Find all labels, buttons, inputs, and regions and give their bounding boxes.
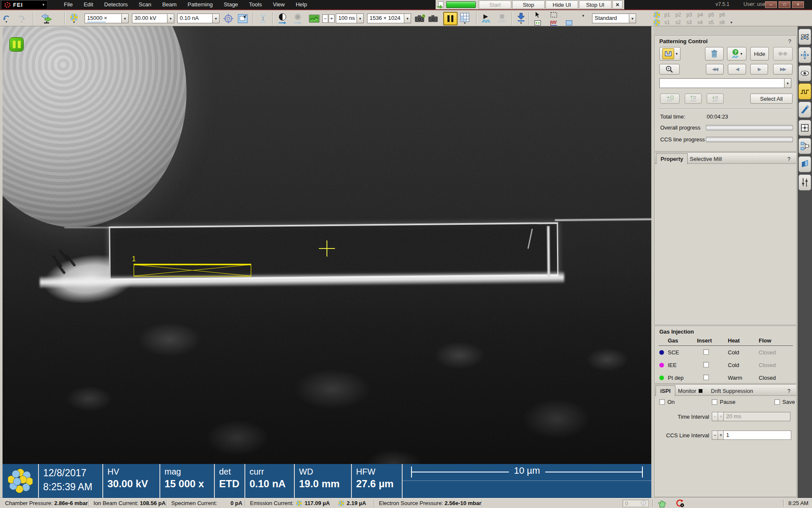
auto-focus-button[interactable] (293, 11, 303, 26)
on-checkbox[interactable] (659, 399, 665, 405)
preset-s5[interactable]: s5 (708, 19, 715, 25)
time-interval-decrease[interactable]: − (712, 412, 718, 421)
snapshot-timed-button[interactable] (414, 11, 425, 26)
adjustments-button[interactable] (798, 174, 811, 190)
auto-contrast-button[interactable] (277, 11, 288, 26)
help-icon[interactable]: ? (783, 154, 795, 164)
last-pattern-button[interactable]: ▶▶ (773, 64, 793, 75)
snapshot-button[interactable] (428, 11, 439, 26)
beam-shift-reset-button[interactable] (223, 11, 233, 26)
chevron-down-icon[interactable] (121, 14, 129, 23)
sem-image-viewport[interactable]: 1 (3, 26, 651, 464)
magnification-combo[interactable]: 15000 × (85, 14, 129, 23)
next-pattern-button[interactable]: ▶ (750, 64, 768, 75)
minimize-button[interactable]: – (765, 1, 777, 8)
move-pattern-down-button[interactable] (707, 94, 724, 104)
refresh-indicator[interactable] (675, 499, 685, 508)
tab-drift-suppression[interactable]: Drift Suppression (707, 386, 757, 396)
menu-stage[interactable]: Stage (218, 0, 244, 9)
patterning-module-button[interactable] (798, 83, 811, 99)
ccs-interval-decrease[interactable]: − (712, 431, 718, 440)
touch-alarm-indicator[interactable] (657, 499, 667, 508)
chevron-down-icon[interactable] (629, 14, 636, 23)
tab-ispi[interactable]: iSPI (656, 385, 675, 396)
zoom-pattern-button[interactable] (659, 64, 680, 75)
export-page-icon[interactable] (437, 1, 444, 8)
filled-rect-button[interactable] (565, 19, 573, 26)
chevron-down-icon[interactable] (212, 14, 219, 23)
gas-insert-checkbox[interactable] (703, 375, 709, 380)
tab-selective-mill[interactable]: Selective Mill (686, 154, 726, 164)
preset-p1[interactable]: p1 (664, 12, 671, 18)
preset-s4[interactable]: s4 (697, 19, 704, 25)
gis-module-button[interactable] (798, 102, 811, 118)
previous-pattern-button[interactable]: ◀ (728, 64, 746, 75)
chevron-down-icon[interactable] (404, 14, 411, 23)
selection-tool-button[interactable] (550, 11, 557, 18)
chevron-down-icon[interactable] (357, 14, 364, 23)
preset-s3[interactable]: s3 (686, 19, 693, 25)
menu-view[interactable]: View (267, 0, 290, 9)
start-button[interactable]: Start (479, 0, 511, 9)
tab-property[interactable]: Property (656, 153, 688, 164)
beam-control-button[interactable] (798, 29, 811, 45)
tab-monitor[interactable]: Monitor (674, 386, 707, 396)
pointer-tool-button[interactable] (534, 11, 541, 18)
message-counter[interactable]: 0 i (623, 500, 649, 507)
close-run-button[interactable]: × (612, 0, 623, 9)
link-patterns-button[interactable] (773, 47, 793, 61)
scan-rotation-button[interactable] (534, 19, 541, 26)
menu-detectors[interactable]: Detectors (99, 0, 133, 9)
menu-help[interactable]: Help (290, 0, 313, 9)
patterning-start-button[interactable] (481, 11, 491, 26)
chevron-down-icon[interactable]: ▾ (730, 20, 732, 25)
hide-patterns-button[interactable]: Hide (750, 47, 769, 61)
gis-insert-button[interactable]: ▾ (517, 11, 525, 26)
beam-select-button[interactable]: ▾ (70, 11, 78, 26)
multi-pattern-button[interactable] (550, 19, 557, 26)
time-interval-field[interactable]: 20 ms (723, 412, 790, 421)
videoscope-button[interactable] (309, 11, 320, 26)
dwell-decrease-button[interactable]: − (322, 14, 328, 23)
patterning-stop-button[interactable] (497, 11, 507, 26)
milling-pattern-1[interactable]: 1 (129, 253, 256, 280)
dwell-time-combo[interactable]: 100 ns (336, 14, 364, 23)
pages-button[interactable] (798, 156, 811, 172)
pause-checkbox[interactable] (712, 399, 717, 405)
beam-weight-button[interactable] (258, 11, 268, 26)
help-icon[interactable]: ? (788, 38, 791, 44)
resolution-combo[interactable]: 1536 × 1024 (367, 14, 411, 23)
navigation-button[interactable] (798, 47, 811, 63)
menu-scan[interactable]: Scan (133, 0, 157, 9)
pattern-help-button[interactable]: ? ▾ (727, 47, 746, 61)
preset-p4[interactable]: p4 (697, 12, 704, 18)
delete-pattern-button[interactable] (705, 47, 724, 61)
beam-current-combo[interactable]: 0.10 nA (177, 14, 219, 23)
undo-button[interactable]: ▾ (3, 11, 10, 26)
chevron-down-icon[interactable] (784, 78, 791, 88)
serial-patterning-button[interactable] (660, 94, 680, 104)
stop-ui-button[interactable]: Stop UI (579, 0, 612, 9)
quad-view-button[interactable]: ▾ (460, 11, 469, 26)
pattern-type-button[interactable]: ▾ (659, 47, 680, 61)
gas-insert-checkbox[interactable] (703, 362, 709, 367)
beam-swap-button[interactable] (40, 11, 53, 26)
menu-file[interactable]: File (58, 0, 78, 9)
menu-patterning[interactable]: Patterning (182, 0, 218, 9)
pattern-select-combo[interactable] (659, 78, 791, 88)
voltage-combo[interactable]: 30.00 kV (132, 14, 174, 23)
menu-tools[interactable]: Tools (244, 0, 267, 9)
preset-s1[interactable]: s1 (664, 19, 671, 25)
hide-ui-button[interactable]: Hide UI (546, 0, 578, 9)
alignment-button[interactable] (798, 120, 811, 136)
scan-preset-combo[interactable]: Standard (592, 14, 636, 23)
ccs-line-interval-field[interactable]: 1 (723, 431, 791, 440)
redo-button[interactable]: ▾ (18, 11, 25, 26)
select-all-button[interactable]: Select All (750, 94, 793, 104)
preset-p5[interactable]: p5 (708, 12, 715, 18)
gas-insert-checkbox[interactable] (703, 349, 709, 355)
preset-s2[interactable]: s2 (675, 19, 682, 25)
maximize-button[interactable]: □ (779, 1, 790, 8)
help-icon[interactable]: ? (783, 386, 795, 396)
move-pattern-up-button[interactable] (685, 94, 702, 104)
